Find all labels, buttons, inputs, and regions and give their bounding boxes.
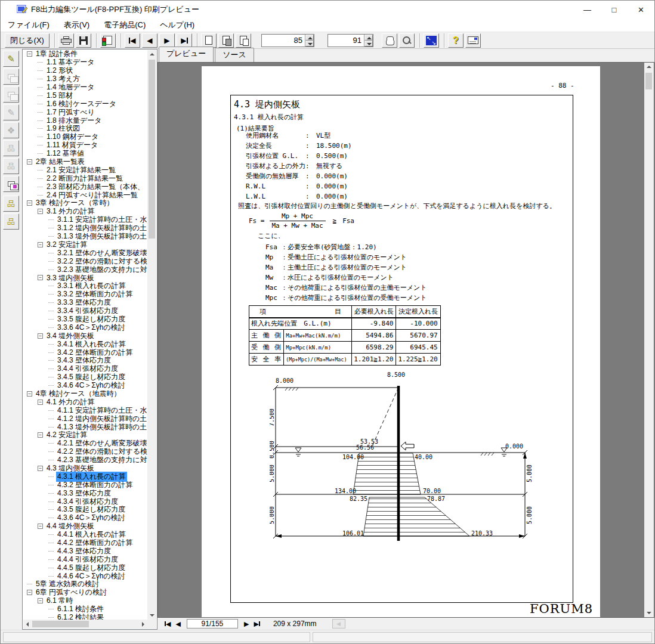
tree-item[interactable]: 6.1.2 検討結果 (23, 614, 147, 620)
tree-connector (48, 286, 54, 286)
page-width-view-button[interactable] (236, 33, 251, 48)
nav-next-button[interactable]: ▶ (244, 620, 249, 628)
nav-scroll-button[interactable]: ◀ (332, 619, 345, 628)
close-window-button[interactable]: ✕ (628, 1, 654, 18)
scroll-left-arrow-icon[interactable] (23, 620, 32, 628)
menu-delivery[interactable]: 電子納品(C) (97, 18, 153, 32)
expand-collapse-icon[interactable]: − (27, 391, 32, 397)
menu-view[interactable]: 表示(V) (57, 18, 97, 32)
summary-colon: : (305, 171, 311, 181)
tab-preview[interactable]: プレビュー (159, 47, 214, 62)
hand-tool-button[interactable] (382, 33, 397, 48)
scroll-down-arrow-icon[interactable] (644, 608, 653, 617)
tree-connector (48, 476, 54, 477)
page-overlay-view-button[interactable] (218, 33, 234, 48)
layer-button-2[interactable] (3, 86, 19, 103)
menu-help[interactable]: ヘルプ(H) (153, 18, 202, 32)
expand-collapse-icon[interactable]: − (27, 200, 32, 206)
tree-structure-button-1[interactable]: 品 (3, 196, 19, 212)
tree-item[interactable]: 1.11 材質データ (23, 141, 147, 150)
summary-label: 受働側の無効層厚 (246, 171, 305, 181)
tree-connector (48, 485, 54, 485)
definition-colon: ： (281, 252, 288, 262)
help-button[interactable]: ? (448, 33, 464, 48)
tree-structure2-icon: 品 (7, 216, 15, 227)
tree-connector (48, 294, 54, 295)
nav-prev-button[interactable]: ◀ (175, 620, 180, 628)
tree-item[interactable]: 1.1 基本データ (23, 58, 147, 67)
page-position-field[interactable]: 91/155 (187, 619, 238, 628)
maximize-button[interactable]: □ (601, 1, 628, 18)
expand-collapse-icon[interactable]: − (38, 242, 43, 247)
toolbar-separator (96, 33, 97, 48)
scroll-up-arrow-icon[interactable] (644, 63, 653, 72)
zoom-up-button[interactable] (305, 35, 314, 41)
last-page-button[interactable]: ▶ (177, 33, 192, 48)
whole-page-view-button[interactable] (201, 33, 217, 48)
nodes-button-1[interactable]: 品 (3, 140, 19, 156)
next-page-button[interactable]: ▶ (159, 33, 175, 48)
summary-label: R.W.L (246, 181, 305, 191)
preview-vscroll-thumb[interactable] (645, 73, 652, 89)
tree-item[interactable]: −6章 円弧すべりの検討 (23, 589, 147, 597)
layer-button-1[interactable] (3, 69, 19, 85)
page-up-button[interactable] (364, 35, 373, 41)
expand-collapse-icon[interactable]: − (38, 466, 43, 471)
expand-collapse-icon[interactable]: − (27, 590, 32, 595)
expand-collapse-icon[interactable]: − (38, 524, 43, 529)
zoom-value-field[interactable]: 85 (262, 35, 305, 47)
nodes2-icon: 品 (7, 161, 15, 172)
fit-window-button[interactable]: ↖↘ (424, 33, 439, 48)
menu-file[interactable]: ファイル(F) (1, 18, 57, 32)
tab-source[interactable]: ソース (215, 48, 254, 62)
tree-connector (48, 460, 54, 460)
ornament-button[interactable]: ❖ (3, 122, 19, 138)
tree-item[interactable]: 1.2 形状 (23, 67, 147, 75)
expand-collapse-icon[interactable]: − (38, 333, 43, 339)
expand-collapse-icon[interactable]: − (38, 209, 43, 214)
expand-collapse-icon[interactable]: − (38, 400, 43, 405)
page-down-button[interactable] (364, 41, 373, 47)
tree-horizontal-scrollbar[interactable] (23, 620, 147, 628)
preview-vertical-scrollbar[interactable] (644, 63, 654, 617)
expand-collapse-icon[interactable]: − (27, 159, 32, 165)
pages-color-button[interactable] (3, 176, 19, 192)
tree-vscroll-thumb[interactable] (149, 60, 155, 239)
expand-collapse-icon[interactable]: − (38, 275, 43, 280)
scroll-up-arrow-icon[interactable] (147, 50, 156, 59)
first-page-button[interactable]: ◀ (125, 33, 140, 48)
label-active-mid-lower: 82.35 (350, 496, 367, 502)
formula-numerator: Mp + Mpc (282, 212, 313, 220)
tree-connector (38, 70, 43, 71)
prev-page-button[interactable]: ◀ (142, 33, 157, 48)
app-icon (17, 5, 27, 14)
expand-collapse-icon[interactable]: − (38, 432, 43, 438)
page-value-field[interactable]: 91 (328, 35, 364, 47)
expand-collapse-icon[interactable]: − (27, 51, 32, 57)
nav-last-button[interactable]: ▶ (254, 620, 259, 628)
tree-connector (48, 360, 54, 361)
tree-vertical-scrollbar[interactable] (147, 50, 156, 620)
save-button[interactable] (76, 33, 91, 48)
close-preview-button[interactable]: 閉じる(X) (5, 33, 50, 48)
expand-collapse-icon[interactable]: − (38, 598, 43, 603)
scroll-down-arrow-icon[interactable] (147, 611, 156, 620)
tree-connector (38, 104, 43, 104)
nav-first-button[interactable]: ◀ (165, 620, 171, 628)
tree-item[interactable]: 1.4 地層データ (23, 83, 147, 92)
scroll-right-arrow-icon[interactable] (138, 620, 147, 628)
zoom-tool-button[interactable] (399, 33, 415, 48)
nodes-button-2[interactable]: 品 (3, 158, 19, 174)
properties-button[interactable] (465, 33, 481, 48)
draw-button[interactable]: ✎ (3, 104, 19, 120)
zoom-down-button[interactable] (305, 41, 314, 47)
print-button[interactable] (58, 33, 74, 48)
tree-structure-button-2[interactable]: 品 (3, 213, 19, 230)
tree-item[interactable]: 1.8 排水量データ (23, 116, 147, 125)
tie-rod-arrow (401, 442, 414, 450)
tree-hscroll-thumb[interactable] (32, 621, 89, 627)
merge-button[interactable] (100, 33, 116, 48)
minimize-button[interactable]: — (574, 1, 601, 18)
edit-pen-button[interactable]: ✎ (3, 51, 19, 67)
properties-icon (468, 36, 478, 44)
